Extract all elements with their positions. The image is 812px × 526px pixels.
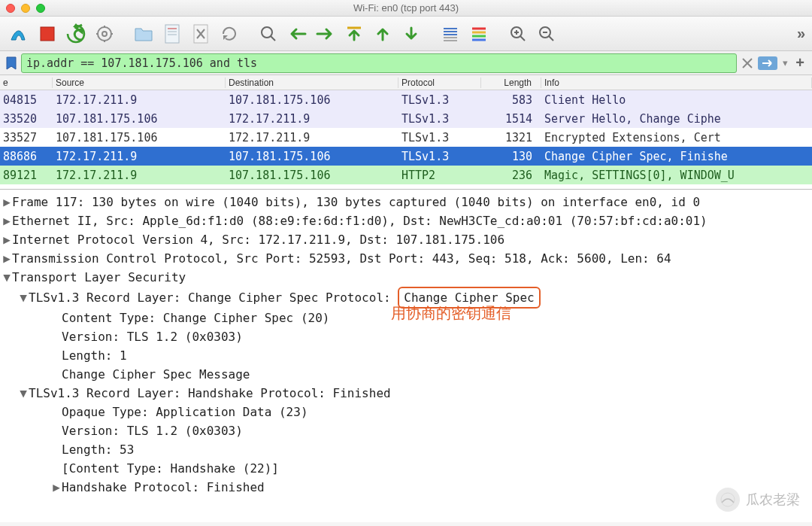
shark-fin-icon[interactable] bbox=[6, 21, 32, 47]
expand-right-icon[interactable]: ▶ bbox=[2, 193, 12, 211]
detail-line[interactable]: ▶Ethernet II, Src: Apple_6d:f1:d0 (88:e9… bbox=[0, 211, 812, 230]
expand-down-icon[interactable]: ▼ bbox=[18, 288, 29, 307]
col-time[interactable]: e bbox=[0, 78, 53, 88]
cell-proto: TLSv1.3 bbox=[398, 131, 481, 144]
cell-dst: 172.17.211.9 bbox=[226, 112, 398, 126]
detail-line[interactable]: ▶Handshake Protocol: Finished bbox=[0, 478, 812, 497]
watermark-text: 瓜农老梁 bbox=[746, 491, 800, 509]
detail-text: Content Type: Change Cipher Spec (20) bbox=[62, 309, 329, 327]
col-source[interactable]: Source bbox=[53, 78, 226, 88]
detail-line: Length: 1 bbox=[0, 346, 812, 365]
colorize-icon[interactable] bbox=[466, 21, 492, 47]
go-first-icon[interactable] bbox=[341, 21, 367, 47]
cell-info: Magic, SETTINGS[0], WINDOW_U bbox=[541, 169, 812, 182]
packet-details: ▶Frame 117: 130 bytes on wire (1040 bits… bbox=[0, 190, 812, 522]
expand-down-icon[interactable]: ▼ bbox=[2, 268, 12, 287]
cell-info: Server Hello, Change Ciphe bbox=[541, 112, 812, 126]
add-filter-button[interactable]: + bbox=[792, 54, 807, 71]
cell-time: 04815 bbox=[0, 93, 53, 107]
table-row[interactable]: 04815172.17.211.9107.181.175.106TLSv1.35… bbox=[0, 90, 812, 109]
options-icon[interactable] bbox=[92, 21, 117, 47]
save-file-icon[interactable] bbox=[159, 21, 185, 47]
watermark: 瓜农老梁 bbox=[716, 488, 800, 512]
cell-proto: TLSv1.3 bbox=[398, 112, 481, 126]
detail-text: Handshake Protocol: Finished bbox=[62, 478, 265, 497]
detail-line[interactable]: ▶Frame 117: 130 bytes on wire (1040 bits… bbox=[0, 193, 812, 211]
apply-filter-icon[interactable] bbox=[758, 56, 777, 70]
col-info[interactable]: Info bbox=[541, 78, 812, 88]
bookmark-icon[interactable] bbox=[5, 56, 18, 70]
expand-right-icon[interactable]: ▶ bbox=[51, 478, 62, 497]
detail-text: Version: TLS 1.2 (0x0303) bbox=[62, 327, 243, 346]
table-row[interactable]: 88686172.17.211.9107.181.175.106TLSv1.31… bbox=[0, 147, 812, 166]
svg-point-1 bbox=[98, 27, 111, 41]
detail-line: Change Cipher Spec Message bbox=[0, 365, 812, 384]
packet-list: e Source Destination Protocol Length Inf… bbox=[0, 75, 812, 190]
table-row[interactable]: 33520107.181.175.106172.17.211.9TLSv1.31… bbox=[0, 109, 812, 128]
svg-line-15 bbox=[271, 36, 275, 41]
cell-proto: TLSv1.3 bbox=[398, 150, 481, 163]
stop-capture-icon[interactable] bbox=[35, 21, 60, 47]
cell-len: 1514 bbox=[481, 112, 541, 126]
go-forward-icon[interactable] bbox=[313, 21, 338, 47]
packet-list-header: e Source Destination Protocol Length Inf… bbox=[0, 75, 812, 90]
cell-dst: 172.17.211.9 bbox=[226, 131, 398, 144]
detail-line[interactable]: ▼TLSv1.3 Record Layer: Handshake Protoco… bbox=[0, 384, 812, 403]
watermark-avatar-icon bbox=[716, 488, 740, 512]
svg-rect-7 bbox=[165, 25, 179, 43]
table-row[interactable]: 33527107.181.175.106172.17.211.9TLSv1.31… bbox=[0, 128, 812, 147]
go-down-icon[interactable] bbox=[398, 21, 424, 47]
cell-info: Client Hello bbox=[541, 93, 812, 107]
go-up-icon[interactable] bbox=[370, 21, 395, 47]
cell-src: 172.17.211.9 bbox=[53, 169, 226, 182]
titlebar: Wi-Fi: en0 (tcp port 443) bbox=[0, 0, 812, 17]
svg-point-2 bbox=[102, 32, 107, 36]
cell-src: 172.17.211.9 bbox=[53, 93, 226, 107]
detail-line: Version: TLS 1.2 (0x0303) bbox=[0, 327, 812, 346]
expand-down-icon[interactable]: ▼ bbox=[18, 384, 29, 403]
detail-text: TLSv1.3 Record Layer: Change Cipher Spec… bbox=[29, 288, 398, 307]
cell-dst: 107.181.175.106 bbox=[226, 93, 398, 107]
close-file-icon[interactable] bbox=[188, 21, 214, 47]
zoom-in-icon[interactable] bbox=[505, 21, 531, 47]
col-length[interactable]: Length bbox=[481, 78, 541, 88]
main-toolbar: » bbox=[0, 17, 812, 51]
detail-line[interactable]: ▶Transmission Control Protocol, Src Port… bbox=[0, 249, 812, 268]
go-back-icon[interactable] bbox=[284, 21, 310, 47]
expand-right-icon[interactable]: ▶ bbox=[2, 230, 12, 249]
detail-line: [Content Type: Handshake (22)] bbox=[0, 459, 812, 478]
col-destination[interactable]: Destination bbox=[226, 78, 398, 88]
display-filter-input[interactable] bbox=[21, 53, 737, 73]
col-protocol[interactable]: Protocol bbox=[398, 78, 481, 88]
cell-src: 172.17.211.9 bbox=[53, 150, 226, 163]
detail-text: Version: TLS 1.2 (0x0303) bbox=[62, 421, 243, 440]
svg-line-27 bbox=[520, 36, 525, 41]
detail-line[interactable]: ▼Transport Layer Security bbox=[0, 268, 812, 287]
cell-dst: 107.181.175.106 bbox=[226, 169, 398, 182]
detail-text: Change Cipher Spec Message bbox=[62, 365, 250, 384]
svg-rect-0 bbox=[41, 27, 54, 41]
cell-len: 583 bbox=[481, 93, 541, 107]
find-icon[interactable] bbox=[256, 21, 281, 47]
cell-len: 236 bbox=[481, 169, 541, 182]
toolbar-overflow-icon[interactable]: » bbox=[797, 25, 806, 42]
cell-proto: TLSv1.3 bbox=[398, 93, 481, 107]
detail-text: TLSv1.3 Record Layer: Handshake Protocol… bbox=[29, 384, 391, 403]
filter-dropdown-icon[interactable]: ▾ bbox=[780, 57, 789, 68]
reload-icon[interactable] bbox=[217, 21, 242, 47]
zoom-out-icon[interactable] bbox=[534, 21, 559, 47]
cell-time: 88686 bbox=[0, 150, 53, 163]
svg-point-14 bbox=[262, 27, 272, 38]
cell-len: 1321 bbox=[481, 131, 541, 144]
detail-line: Opaque Type: Application Data (23) bbox=[0, 403, 812, 421]
detail-line[interactable]: ▶Internet Protocol Version 4, Src: 172.1… bbox=[0, 230, 812, 249]
open-file-icon[interactable] bbox=[131, 21, 156, 47]
detail-text: Frame 117: 130 bytes on wire (1040 bits)… bbox=[12, 193, 700, 211]
auto-scroll-icon[interactable] bbox=[438, 21, 463, 47]
clear-filter-icon[interactable] bbox=[740, 56, 755, 71]
expand-right-icon[interactable]: ▶ bbox=[2, 249, 12, 268]
table-row[interactable]: 89121172.17.211.9107.181.175.106HTTP2236… bbox=[0, 166, 812, 184]
restart-capture-icon[interactable] bbox=[63, 21, 89, 47]
detail-line: Length: 53 bbox=[0, 440, 812, 459]
expand-right-icon[interactable]: ▶ bbox=[2, 211, 12, 230]
